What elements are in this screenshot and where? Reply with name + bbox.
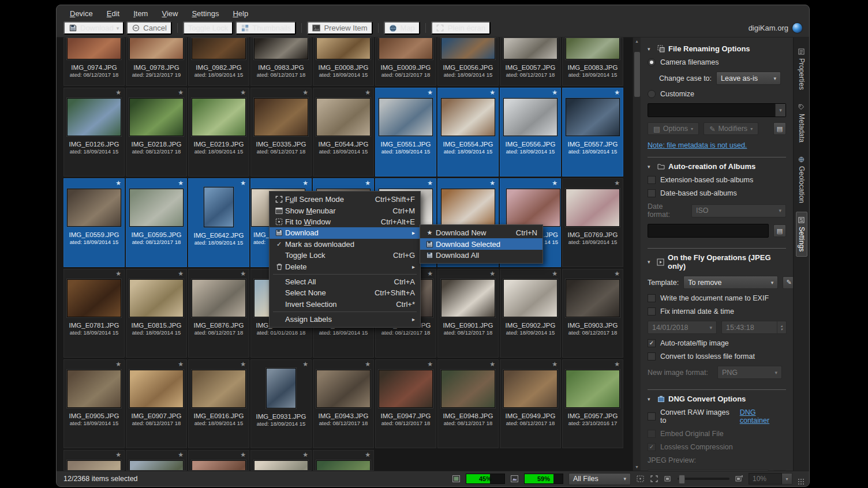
zoom-in-icon[interactable] [735,475,743,483]
star-icon[interactable]: ★ [178,361,184,368]
star-icon[interactable]: ★ [178,89,184,96]
menu-item-select-all[interactable]: Select AllCtrl+A [270,276,420,287]
checkbox-auto-rotate[interactable]: Auto-rotate/flip image [648,339,786,347]
checkbox-fix-datetime[interactable]: Fix internal date & time [648,307,786,316]
on-the-fly-header[interactable]: ▾ On the Fly Operations (JPEG only) [648,253,786,271]
thumbnail-cell[interactable]: ★IMG_E0947.JPGated: 08/12/2017 18 [375,359,436,448]
thumbnail-cell[interactable]: ★ [126,450,187,471]
menu-item-select-none[interactable]: Select NoneCtrl+Shift+A [270,287,420,298]
thumbnail-cell[interactable]: ★IMG_E0903.JPGated: 08/12/2017 18 [562,269,623,358]
thumbnail-cell[interactable]: ★IMG_E0905.JPGated: 18/09/2014 15 [63,359,125,448]
resize-grip[interactable] [798,478,805,485]
thumbnail-cell[interactable]: ★IMG_E0219.JPGated: 18/09/2014 15 [188,88,249,177]
star-icon[interactable]: ★ [240,270,246,277]
grid-scrollbar[interactable]: ▲ ▼ [633,37,641,471]
zoom-out-icon[interactable] [664,475,672,483]
radio-customize[interactable]: Customize [648,90,786,98]
checkbox-extension-subalbums[interactable]: Extension-based sub-albums [648,176,786,184]
thumbnail-cell[interactable]: ★IMG_E0557.JPGated: 18/09/2014 15 [562,88,623,177]
star-icon[interactable]: ★ [115,179,121,187]
thumbnail-cell[interactable]: ★IMG_E0554.JPGated: 18/09/2014 15 [437,88,499,177]
checkbox-embed-original[interactable]: Embed Original File [648,430,786,438]
edit-template-button[interactable]: ✎ [783,276,793,289]
star-icon[interactable]: ★ [365,361,371,368]
thumbnail-cell[interactable]: ★IMG_E0876.JPGated: 08/12/2017 18 [188,269,249,358]
thumbnail-cell[interactable]: ★IMG_E0335.JPGated: 08/12/2017 18 [250,88,312,177]
thumbnail-cell[interactable]: ★IMG_0982.JPGated: 18/09/2014 15 [188,37,249,86]
thumbnail-cell[interactable]: ★IMG_E0948.JPGated: 08/12/2017 18 [437,359,499,448]
menu-item-mark-as-downloaded[interactable]: ✓Mark as downloaded [270,239,420,250]
options-button[interactable]: ▤ Options ▾ [648,122,699,135]
dng-header[interactable]: ▾ DNG Convert Options [648,395,786,403]
menu-item-fit-to-window[interactable]: Fit to WindowCtrl+Alt+E [270,216,420,227]
menu-item-download-all[interactable]: Download All [420,250,542,261]
modifiers-button[interactable]: ✎ Modifiers ▾ [704,122,758,135]
chevron-down-icon[interactable]: ▾ [782,473,792,485]
menubar-item-device[interactable]: Device [70,9,93,18]
zoom-slider-handle[interactable] [679,475,685,484]
dng-container-link[interactable]: DNG container [740,408,786,425]
star-icon[interactable]: ★ [115,89,121,96]
thumbnail-cell[interactable]: ★IMG_E0126.JPGated: 18/09/2014 15 [63,88,125,177]
star-icon[interactable]: ★ [552,361,558,368]
thumbnail-cell[interactable]: ★IMG_E0949.JPGated: 08/12/2017 18 [500,359,561,448]
checkbox-date-subalbums[interactable]: Date-based sub-albums [648,189,786,197]
thumbnail-cell[interactable]: ★ [63,450,125,471]
thumbnail-cell[interactable]: ★IMG_E0009.JPGated: 08/12/2017 18 [375,37,436,86]
thumbnail-cell[interactable]: ★IMG_E0957.JPGated: 23/10/2016 17 [562,359,623,448]
thumbnail-cell[interactable]: ★IMG_E0056.JPGated: 18/09/2014 15 [437,37,499,86]
menu-item-assign-labels[interactable]: Assign Labels▸ [270,314,420,325]
menu-item-full-screen-mode[interactable]: Full Screen ModeCtrl+Shift+F [270,194,420,205]
star-icon[interactable]: ★ [489,179,495,187]
date-format-input[interactable] [648,224,769,238]
menu-item-invert-selection[interactable]: Invert SelectionCtrl+* [270,299,420,310]
rename-hint-button[interactable]: ▤ [773,122,786,135]
thumbnails-button[interactable]: Thumbnails [235,21,296,35]
star-icon[interactable]: ★ [489,89,495,96]
thumbnail-cell[interactable]: ★IMG_E0559.JPGated: 18/09/2014 15 [63,178,125,267]
rename-pattern-input[interactable]: ▾ [648,103,786,117]
star-icon[interactable]: ★ [614,179,620,187]
star-icon[interactable]: ★ [240,361,246,368]
star-icon[interactable]: ★ [115,451,121,459]
scrollbar-thumb[interactable] [634,52,640,97]
zoom-select-icon[interactable] [636,475,645,483]
menu-item-toggle-lock[interactable]: Toggle LockCtrl+G [270,250,420,261]
toggle-lock-button[interactable]: Toggle Lock [183,21,233,35]
thumbnail-cell[interactable]: ★IMG_E0008.JPGated: 18/09/2014 15 [313,37,374,86]
zoom-slider[interactable] [678,478,729,480]
star-icon[interactable]: ★ [302,451,308,459]
star-icon[interactable]: ★ [178,451,184,459]
thumbnail-cell[interactable]: ★IMG_0983.JPGated: 08/12/2017 18 [250,37,312,86]
thumbnail-cell[interactable]: ★IMG_E0642.JPGated: 18/09/2014 15 [188,178,249,267]
thumbnail-cell[interactable]: ★IMG_E0769.JPGated: 18/09/2014 15 [562,178,623,267]
star-icon[interactable]: ★ [552,270,558,277]
menu-item-download-selected[interactable]: Download Selected [420,238,542,249]
star-icon[interactable]: ★ [302,179,308,187]
menubar-item-item[interactable]: Item [133,9,148,18]
file-renaming-header[interactable]: ▾ File Renaming Options [648,44,786,53]
thumbnail-cell[interactable]: ★IMG_0978.JPGated: 29/12/2017 19 [126,37,187,86]
thumbnail-cell[interactable]: ★IMG_E0907.JPGated: 08/12/2017 18 [126,359,187,448]
file-filter-select[interactable]: All Files ▾ [568,473,631,485]
time-spinner[interactable]: 15:43:18 ▴▾ [721,321,787,334]
checkbox-convert-lossless[interactable]: Convert to lossless file format [648,352,786,361]
thumbnail-cell[interactable]: ★IMG_0974.JPGated: 08/12/2017 18 [63,37,125,86]
thumbnail-cell[interactable]: ★IMG_E0083.JPGated: 18/09/2014 15 [562,37,623,86]
star-icon[interactable]: ★ [115,270,121,277]
thumbnail-cell[interactable]: ★IMG_E0556.JPGated: 18/09/2014 15 [500,88,561,177]
tab-properties[interactable]: Properties [796,43,807,95]
auto-albums-header[interactable]: ▾ Auto-creation of Albums [648,162,786,171]
star-icon[interactable]: ★ [552,179,558,187]
star-icon[interactable]: ★ [427,179,433,187]
zoom-level-combo[interactable]: 10% ▾ [749,473,792,485]
star-icon[interactable]: ★ [178,179,184,187]
menubar-item-view[interactable]: View [162,9,178,18]
star-icon[interactable]: ★ [552,89,558,96]
star-icon[interactable]: ★ [427,361,433,368]
star-icon[interactable]: ★ [427,270,433,277]
thumbnail-cell[interactable]: ★IMG_E0902.JPGated: 18/09/2014 15 [500,269,561,358]
star-icon[interactable]: ★ [365,179,371,187]
plein-cran-button[interactable]: Plein écran [431,21,491,35]
map-button[interactable]: Map [384,21,420,35]
